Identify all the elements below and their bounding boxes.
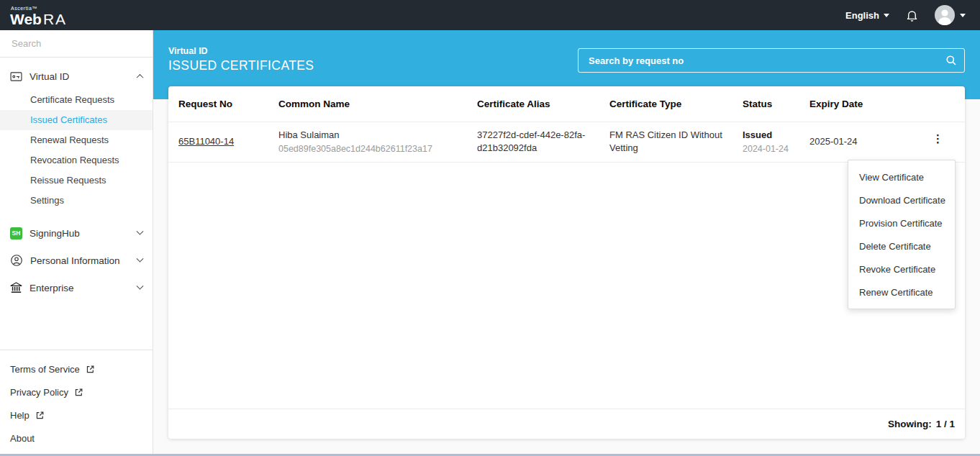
sidebar-item-signinghub[interactable]: SH SigningHub <box>0 222 153 244</box>
privacy-policy-link[interactable]: Privacy Policy <box>0 380 153 403</box>
sidebar-item-virtual-id[interactable]: Virtual ID <box>0 65 153 87</box>
sidebar-item-personal-information[interactable]: Personal Information <box>0 250 153 271</box>
profile-menu[interactable] <box>935 5 966 25</box>
main-content: Virtual ID ISSUED CERTIFICATES Request N… <box>153 30 980 454</box>
sidebar-item-renewal-requests[interactable]: Renewal Requests <box>0 130 153 150</box>
menu-item-view-certificate[interactable]: View Certificate <box>848 165 955 188</box>
caret-down-icon <box>960 14 966 17</box>
sidebar-item-issued-certificates[interactable]: Issued Certificates <box>0 110 153 130</box>
sidebar-item-certificate-requests[interactable]: Certificate Requests <box>0 90 153 110</box>
external-link-icon <box>86 365 95 374</box>
search-icon[interactable] <box>945 55 957 66</box>
showing-label: Showing: <box>888 419 932 429</box>
language-selector[interactable]: English <box>845 10 889 21</box>
sidebar-search <box>0 30 153 58</box>
common-name-id: 05ed89fe305a8ec1d244b62611f23a17 <box>278 142 460 155</box>
link-label: About <box>10 433 35 444</box>
request-search <box>578 48 965 73</box>
signinghub-icon: SH <box>10 227 22 240</box>
sidebar-item-revocation-requests[interactable]: Revocation Requests <box>0 150 153 170</box>
menu-item-revoke-certificate[interactable]: Revoke Certificate <box>848 257 955 281</box>
sidebar-item-reissue-requests[interactable]: Reissue Requests <box>0 170 153 191</box>
virtual-id-card-icon <box>10 71 22 82</box>
column-header-certificate-type: Certificate Type <box>599 99 732 109</box>
bell-icon <box>905 8 919 23</box>
menu-item-renew-certificate[interactable]: Renew Certificate <box>848 281 955 304</box>
sidebar-item-label: SigningHub <box>30 228 130 239</box>
virtual-id-submenu: Certificate Requests Issued Certificates… <box>0 90 153 211</box>
sidebar: Virtual ID Certificate Requests Issued C… <box>0 30 153 454</box>
certificate-type: FM RAS Citizen ID Without Vetting <box>609 129 725 155</box>
chevron-down-icon <box>137 255 144 262</box>
expiry-date: 2025-01-24 <box>799 129 918 148</box>
table-empty-area <box>168 163 965 409</box>
column-header-certificate-alias: Certificate Alias <box>467 99 599 109</box>
sidebar-item-label: Personal Information <box>30 255 130 266</box>
status-date: 2024-01-24 <box>743 142 792 155</box>
column-header-common-name: Common Name <box>268 99 467 109</box>
chevron-down-icon <box>137 227 144 234</box>
showing-value: 1 / 1 <box>936 419 955 429</box>
issued-certificates-card: Request No Common Name Certificate Alias… <box>168 86 965 439</box>
link-label: Privacy Policy <box>10 387 68 398</box>
help-link[interactable]: Help <box>0 403 153 427</box>
brand-webra-label: WebRA <box>10 11 67 27</box>
bank-icon <box>10 282 22 294</box>
person-icon <box>10 254 23 267</box>
language-label: English <box>845 10 879 21</box>
sidebar-item-settings[interactable]: Settings <box>0 191 153 211</box>
brand-logo: Ascertia™ WebRA <box>10 4 67 27</box>
sidebar-item-label: Enterprise <box>30 283 130 293</box>
certificate-alias: 37227f2d-cdef-442e-82fa-d21b32092fda <box>477 129 592 155</box>
table-row: 65B11040-14 Hiba Sulaiman 05ed89fe305a8e… <box>168 122 965 163</box>
request-search-input[interactable] <box>587 55 945 67</box>
link-label: Terms of Service <box>10 364 80 375</box>
pagination-bar: Showing: 1 / 1 <box>168 409 965 439</box>
sidebar-footer: Terms of Service Privacy Policy Help Abo… <box>0 350 153 454</box>
table-header-row: Request No Common Name Certificate Alias… <box>168 86 965 122</box>
sidebar-search-input[interactable] <box>10 37 140 50</box>
sidebar-item-label: Virtual ID <box>30 71 130 82</box>
brand-ascertia-label: Ascertia™ <box>11 6 67 11</box>
row-actions-kebab-icon[interactable]: ⋮ <box>928 129 948 145</box>
column-header-status: Status <box>732 99 799 109</box>
sidebar-item-enterprise[interactable]: Enterprise <box>0 277 153 298</box>
status-badge: Issued <box>743 129 792 142</box>
external-link-icon <box>35 411 45 420</box>
notifications-button[interactable] <box>905 8 919 23</box>
row-actions-menu: View Certificate Download Certificate Pr… <box>848 160 956 309</box>
common-name: Hiba Sulaiman <box>278 129 460 142</box>
terms-of-service-link[interactable]: Terms of Service <box>0 357 153 380</box>
menu-item-delete-certificate[interactable]: Delete Certificate <box>848 234 955 257</box>
link-label: Help <box>10 410 30 421</box>
menu-item-download-certificate[interactable]: Download Certificate <box>848 188 955 211</box>
menu-item-provision-certificate[interactable]: Provision Certificate <box>848 211 955 234</box>
chevron-down-icon <box>137 282 144 289</box>
request-no-link[interactable]: 65B11040-14 <box>178 129 234 148</box>
column-header-expiry-date: Expiry Date <box>799 99 918 109</box>
column-header-request-no: Request No <box>168 99 268 109</box>
caret-down-icon <box>884 14 889 17</box>
app-header: Ascertia™ WebRA English <box>0 0 980 30</box>
chevron-up-icon <box>137 73 144 81</box>
about-link[interactable]: About <box>0 427 153 450</box>
avatar <box>935 5 955 25</box>
external-link-icon <box>74 388 83 397</box>
